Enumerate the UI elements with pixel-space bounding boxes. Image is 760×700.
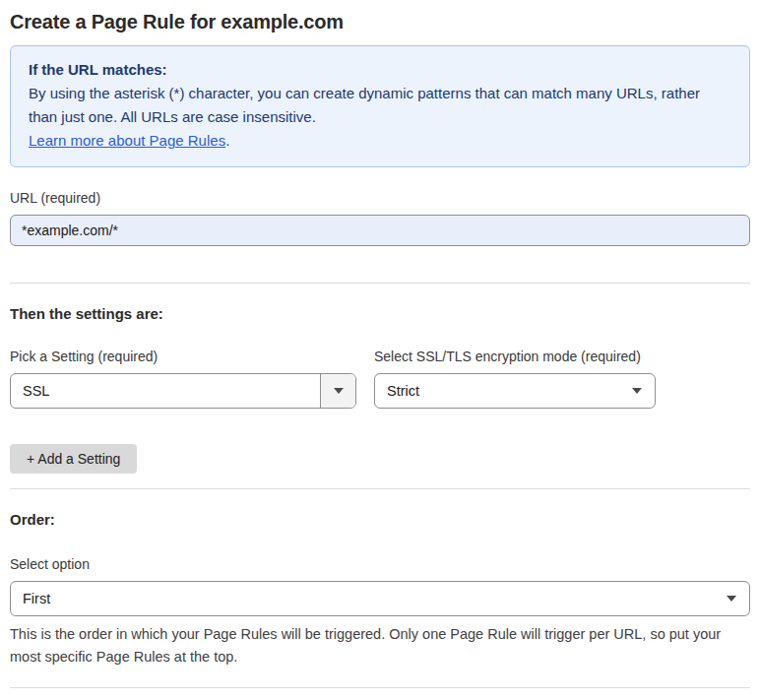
info-box-body: By using the asterisk (*) character, you… bbox=[29, 82, 731, 129]
url-input[interactable] bbox=[10, 215, 750, 246]
settings-row: Pick a Setting (required) SSL Select SSL… bbox=[10, 349, 750, 409]
setting-select-value: SSL bbox=[11, 383, 320, 399]
url-section: URL (required) bbox=[10, 190, 750, 246]
chevron-down-icon bbox=[727, 596, 736, 602]
ssl-mode-picker-group: Select SSL/TLS encryption mode (required… bbox=[374, 349, 656, 409]
order-section-heading: Order: bbox=[10, 489, 750, 529]
url-label: URL (required) bbox=[10, 190, 750, 207]
setting-picker-label: Pick a Setting (required) bbox=[10, 349, 356, 365]
ssl-mode-label: Select SSL/TLS encryption mode (required… bbox=[374, 349, 656, 365]
chevron-down-icon bbox=[632, 388, 642, 394]
info-box-heading: If the URL matches: bbox=[29, 58, 731, 82]
setting-select[interactable]: SSL bbox=[10, 373, 356, 409]
chevron-down-icon bbox=[334, 388, 344, 394]
create-page-rule-form: Create a Page Rule for example.com If th… bbox=[0, 0, 760, 700]
order-select-value: First bbox=[11, 591, 727, 606]
learn-more-link[interactable]: Learn more about Page Rules bbox=[29, 132, 225, 149]
ssl-mode-select-value: Strict bbox=[375, 383, 632, 399]
add-setting-button[interactable]: + Add a Setting bbox=[10, 444, 137, 474]
settings-section-heading: Then the settings are: bbox=[10, 284, 750, 323]
link-suffix: . bbox=[225, 132, 229, 149]
divider bbox=[10, 687, 750, 688]
order-help-text: This is the order in which your Page Rul… bbox=[10, 623, 750, 668]
order-select-label: Select option bbox=[10, 556, 750, 573]
url-match-info-box: If the URL matches: By using the asteris… bbox=[10, 45, 750, 167]
ssl-mode-select[interactable]: Strict bbox=[374, 373, 656, 409]
page-title: Create a Page Rule for example.com bbox=[10, 0, 750, 34]
order-select[interactable]: First bbox=[10, 581, 750, 616]
setting-picker-group: Pick a Setting (required) SSL bbox=[10, 349, 356, 409]
setting-select-arrow-box bbox=[320, 374, 355, 408]
